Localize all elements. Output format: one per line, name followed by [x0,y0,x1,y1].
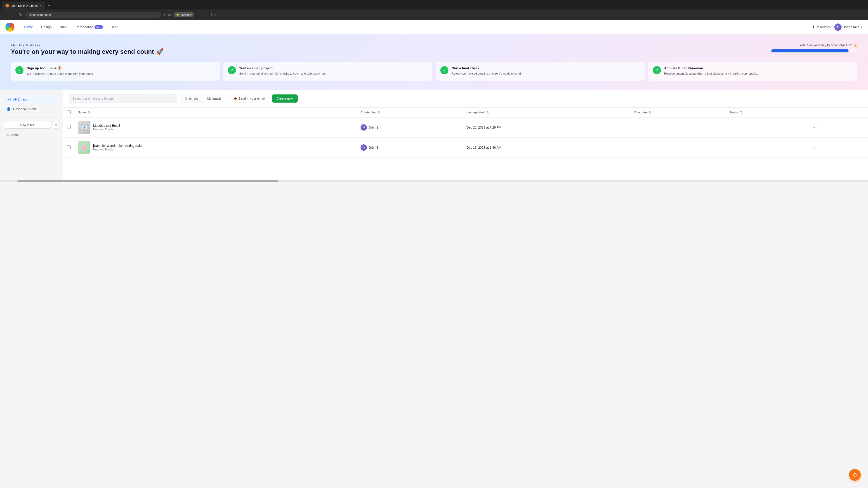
step-desc-1: Send in your email and run QA checks to … [239,71,327,76]
row-0-creator-cell: JS John S. [357,117,463,137]
browser-tab-bar: John Smith > Litmus × + [0,0,868,9]
row-0-email-folder: Unsorted Emails [93,128,120,131]
restore-button[interactable]: ❐ [209,12,212,17]
header-created-by[interactable]: Created by ⇅ [357,107,463,118]
row-1-checkbox-cell [63,137,74,158]
sidebar: 📧 All Emails 👤 Unsorted Emails New folde… [0,90,63,180]
hero-left: GETTING STARTED You're on your way to ma… [11,43,164,55]
personalize-badge: New [94,25,103,29]
step-content-1: Test an email project Send in your email… [239,66,327,76]
step-check-0: ✓ [16,66,24,74]
top-nav: Home Design Build Personalize New Test ℹ… [0,20,868,34]
row-1-checkbox[interactable] [67,145,70,149]
row-0-more-button[interactable]: ⋯ [811,124,819,131]
row-0-email-name[interactable]: Moodjoy test Email [93,124,120,127]
header-name[interactable]: Name ⇅ [74,107,357,118]
step-content-0: Sign up for Litmus 🎉 We're glad you're h… [27,66,94,76]
step-content-3: Activate Email Guardian Receive automati… [664,66,758,76]
address-bar[interactable] [25,12,161,18]
new-tab-button[interactable]: + [46,2,52,9]
browser-window: John Smith > Litmus × + ← → ↻ ☆ ▭ 🕵 Inco… [0,0,868,20]
filter-my-button[interactable]: My emails [203,94,226,103]
bookmark-icon[interactable]: ☆ [162,12,166,17]
menu-icon[interactable]: ⋮ [196,12,200,18]
minimize-button[interactable]: ─ [204,12,207,17]
scrollbar-thumb[interactable] [18,180,278,182]
nav-build[interactable]: Build [56,20,71,34]
nav-personalize[interactable]: Personalize New [71,20,107,34]
main-content: 📧 All Emails 👤 Unsorted Emails New folde… [0,90,868,180]
resources-button[interactable]: ℹ Resources [813,25,831,29]
table-row: Moodjoy test Email Unsorted Emails JS Jo… [63,117,868,137]
sidebar-item-unsorted-emails[interactable]: 👤 Unsorted Emails [4,105,59,113]
browser-toolbar: ← → ↻ ☆ ▭ 🕵 Incognito ⋮ ─ ❐ × [0,9,868,20]
hero-header: GETTING STARTED You're on your way to ma… [11,43,857,55]
header-last-updated[interactable]: Last updated ⇅ [463,107,631,118]
info-icon: ℹ [813,25,814,29]
incognito-badge: 🕵 Incognito [174,12,194,18]
getting-started-label: GETTING STARTED [11,43,164,46]
row-0-thumbnail [78,121,90,134]
nav-test[interactable]: Test [107,20,122,34]
row-1-name-content: [Sample] Wonderblum Spring Sale Unsorted… [78,141,353,154]
step-title-2: Run a final check [452,66,522,70]
header-due-date[interactable]: Due date ⇅ [631,107,726,118]
list-view-button[interactable]: ≡ [53,121,59,129]
step-card-1: ✓ Test an email project Send in your ema… [223,62,432,80]
list-view-icon: ≡ [55,123,57,127]
tab-close-button[interactable]: × [39,4,41,8]
email-table: Name ⇅ Created by ⇅ Last updated ⇅ Due [63,107,868,158]
step-card-0: ✓ Sign up for Litmus 🎉 We're glad you're… [11,62,220,80]
incognito-icon: 🕵 [176,13,180,17]
row-1-text: [Sample] Wonderblum Spring Sale Unsorted… [93,144,142,151]
row-0-creator: JS John S. [361,124,459,131]
app-logo[interactable] [5,23,14,32]
row-1-email-folder: Unsorted Emails [93,148,142,151]
row-0-actions-cell: ⋯ [807,117,868,137]
table-row: [Sample] Wonderblum Spring Sale Unsorted… [63,137,868,158]
hero-title: You're on your way to making every send … [11,48,164,55]
header-actions [807,107,868,118]
steps-grid: ✓ Sign up for Litmus 🎉 We're glad you're… [11,62,857,80]
step-desc-0: We're glad you're here to get more from … [27,72,94,76]
step-card-3: ✓ Activate Email Guardian Receive automa… [648,62,857,80]
row-1-more-button[interactable]: ⋯ [811,144,819,151]
row-0-checkbox[interactable] [67,125,70,129]
search-input[interactable] [69,94,177,103]
app-container: Home Design Build Personalize New Test ℹ… [0,20,868,182]
header-checkbox [63,107,74,118]
close-button[interactable]: × [214,12,216,17]
folder-item-amas[interactable]: Amas [4,131,59,138]
step-content-2: Run a final check Retest your revised em… [452,66,522,76]
name-sort-icon: ⇅ [88,111,90,114]
step-title-3: Activate Email Guardian [664,66,758,70]
row-0-updated-cell: Dec 20, 2023 at 7:29 PM [463,117,631,137]
hero-section: GETTING STARTED You're on your way to ma… [0,34,868,90]
nav-links: Home Design Build Personalize New Test [20,20,122,34]
create-new-button[interactable]: Create new [272,94,298,103]
send-email-button[interactable]: 📤 Send in your email [229,94,269,103]
tablet-icon[interactable]: ▭ [168,12,172,17]
row-1-email-name[interactable]: [Sample] Wonderblum Spring Sale [93,144,142,148]
select-all-checkbox[interactable] [67,110,70,114]
filter-all-button[interactable]: All emails [180,94,203,103]
sidebar-item-all-emails[interactable]: 📧 All Emails [4,95,59,104]
created-sort-icon: ⇅ [377,111,380,114]
step-check-2: ✓ [440,66,448,74]
hero-progress-label: You're on your way to be an email pro 🤙 [771,43,857,47]
forward-button[interactable]: → [10,11,16,18]
step-title-0: Sign up for Litmus 🎉 [27,66,94,70]
new-folder-row: New folder ≡ [4,121,59,129]
nav-design[interactable]: Design [37,20,56,34]
reload-button[interactable]: ↻ [18,11,23,18]
email-list: All emails My emails 📤 Send in your emai… [63,90,868,180]
new-folder-button[interactable]: New folder [4,121,51,129]
tab-title: John Smith > Litmus [11,4,37,7]
back-button[interactable]: ← [3,11,8,18]
active-tab[interactable]: John Smith > Litmus × [2,2,45,9]
header-status[interactable]: Status ⇅ [725,107,807,118]
horizontal-scrollbar[interactable] [0,180,868,182]
nav-home[interactable]: Home [20,20,37,34]
user-menu[interactable]: JS John Smith ▾ [834,24,863,31]
row-0-due-cell [631,117,726,137]
